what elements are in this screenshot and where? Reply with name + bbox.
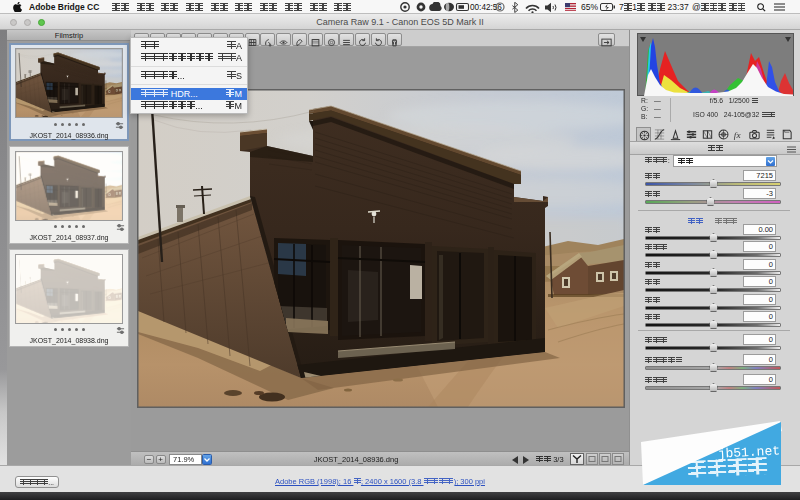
svg-text:fx: fx bbox=[734, 130, 742, 140]
